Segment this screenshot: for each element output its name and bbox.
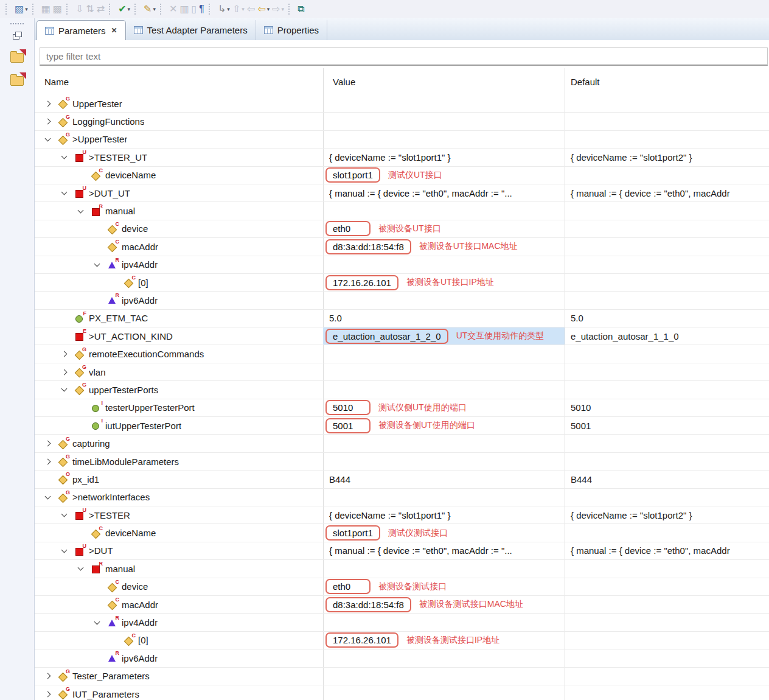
parameter-name-cell[interactable]: GIUT_Parameters	[35, 685, 323, 700]
parameter-value-cell[interactable]: slot1port1测试仪测试接口	[323, 524, 565, 541]
parameter-name-cell[interactable]: G>networkInterfaces	[35, 489, 323, 506]
tree-row[interactable]: GIUT_Parameters	[35, 685, 769, 700]
expand-chevron-icon[interactable]	[40, 685, 58, 700]
parameter-value-cell[interactable]: { deviceName := "slot1port1" }	[323, 149, 565, 166]
parameter-name-cell[interactable]: IiutUpperTesterPort	[35, 417, 323, 434]
parameter-value-cell[interactable]: 172.16.26.101被测设备测试接口IP地址	[323, 632, 565, 649]
parameter-name-cell[interactable]: Opx_id1	[35, 471, 323, 488]
parameter-name-cell[interactable]: G>UpperTester	[35, 131, 323, 148]
tree-row[interactable]: C[0]172.16.26.101被测设备测试接口IP地址	[35, 632, 769, 649]
tree-row[interactable]: GTester_Parameters	[35, 668, 769, 685]
tree-row[interactable]: ItesterUpperTesterPort5010测试仪侧UT使用的端口501…	[35, 399, 769, 417]
parameter-name-cell[interactable]: GTester_Parameters	[35, 668, 323, 685]
dropdown-arrow-icon[interactable]: ▾	[153, 6, 156, 12]
tab-parameters[interactable]: Parameters✕	[37, 20, 126, 40]
parameter-name-cell[interactable]: Ripv4Addr	[35, 614, 323, 631]
parameter-value-cell[interactable]: d8:3a:dd:18:54:f8被测设备测试接口MAC地址	[323, 596, 565, 613]
collapse-chevron-icon[interactable]	[56, 381, 75, 398]
parameter-value-cell[interactable]	[323, 453, 565, 470]
collapse-chevron-icon[interactable]	[56, 542, 75, 559]
tree-row[interactable]: GtimeLibModuleParameters	[35, 453, 769, 471]
collapse-chevron-icon[interactable]	[89, 256, 108, 273]
parameter-name-cell[interactable]: CmacAddr	[35, 238, 323, 255]
collapse-chevron-icon[interactable]	[40, 489, 58, 506]
parameter-value-cell[interactable]: eth0被测设备UT接口	[323, 220, 565, 237]
parameter-name-cell[interactable]: FPX_ETM_TAC	[35, 310, 323, 327]
parameter-value-cell[interactable]	[323, 668, 565, 685]
tree-row[interactable]: IiutUpperTesterPort5001被测设备侧UT使用的端口5001	[35, 417, 769, 435]
new-wizard-button[interactable]: ▨▾	[13, 2, 29, 16]
tree-row[interactable]: Opx_id1B444B444	[35, 471, 769, 488]
parameter-name-cell[interactable]: Rmanual	[35, 560, 323, 577]
tree-row[interactable]: E>UT_ACTION_KINDe_utaction_autosar_1_2_0…	[35, 327, 769, 345]
collapse-chevron-icon[interactable]	[72, 560, 91, 577]
tree-row[interactable]: Ripv6Addr	[35, 649, 769, 667]
expand-chevron-icon[interactable]	[56, 345, 75, 362]
parameter-value-cell[interactable]: d8:3a:dd:18:54:f8被测设备UT接口MAC地址	[323, 238, 565, 255]
column-header-value[interactable]: Value	[323, 77, 565, 87]
tree-row[interactable]: U>TESTER{ deviceName := "slot1port1" }{ …	[35, 506, 769, 524]
parameter-name-cell[interactable]: CdeviceName	[35, 167, 323, 184]
highlighter-button[interactable]: ✎▾	[142, 2, 157, 16]
column-header-default[interactable]: Default	[565, 77, 769, 87]
tree-row[interactable]: CdeviceNameslot1port1测试仪UT接口	[35, 167, 769, 184]
restore-view-button[interactable]	[13, 32, 22, 40]
parameter-value-cell[interactable]: 5.0	[323, 310, 565, 327]
parameter-value-cell[interactable]: 172.16.26.101被测设备UT接口IP地址	[323, 274, 565, 291]
tree-row[interactable]: GremoteExecutionCommands	[35, 345, 769, 363]
tree-row[interactable]: Gvlan	[35, 363, 769, 381]
dropdown-arrow-icon[interactable]: ▾	[267, 6, 270, 12]
parameter-name-cell[interactable]: CmacAddr	[35, 596, 323, 613]
parameter-value-cell[interactable]	[323, 560, 565, 577]
parameter-name-cell[interactable]: Ripv6Addr	[35, 649, 323, 667]
parameter-name-cell[interactable]: Ripv4Addr	[35, 256, 323, 273]
expand-chevron-icon[interactable]	[40, 95, 58, 112]
parameter-value-cell[interactable]	[323, 292, 565, 309]
validate-button[interactable]: ✔▾	[117, 2, 131, 16]
collapse-chevron-icon[interactable]	[56, 149, 75, 166]
filter-input[interactable]	[40, 47, 768, 66]
expand-chevron-icon[interactable]	[40, 668, 58, 685]
last-edit-location-button[interactable]: ↳▾	[217, 2, 231, 16]
parameter-value-cell[interactable]	[323, 649, 565, 667]
tree-row[interactable]: Rmanual	[35, 560, 769, 578]
show-whitespace-button[interactable]: ¶	[198, 2, 206, 16]
tree-row[interactable]: CmacAddrd8:3a:dd:18:54:f8被测设备测试接口MAC地址	[35, 596, 769, 614]
collapse-chevron-icon[interactable]	[56, 184, 75, 201]
parameter-value-cell[interactable]	[323, 131, 565, 148]
parameter-value-cell[interactable]	[323, 95, 565, 112]
dropdown-arrow-icon[interactable]: ▾	[25, 6, 28, 12]
tree-row[interactable]: GLoggingFunctions	[35, 113, 769, 130]
parameter-name-cell[interactable]: Cdevice	[35, 220, 323, 237]
tree-row[interactable]: FPX_ETM_TAC5.05.0	[35, 310, 769, 327]
tree-row[interactable]: Cdeviceeth0被测设备测试接口	[35, 578, 769, 596]
parameter-name-cell[interactable]: GupperTesterPorts	[35, 381, 323, 398]
new-editor-window-button[interactable]: ⧉	[296, 2, 305, 16]
tree-row[interactable]: CmacAddrd8:3a:dd:18:54:f8被测设备UT接口MAC地址	[35, 238, 769, 256]
parameter-name-cell[interactable]: C[0]	[35, 274, 323, 291]
parameter-value-cell[interactable]	[323, 381, 565, 398]
parameter-value-cell[interactable]: e_utaction_autosar_1_2_0UT交互使用动作的类型	[323, 327, 565, 345]
parameter-name-cell[interactable]: E>UT_ACTION_KIND	[35, 327, 323, 345]
parameter-value-cell[interactable]: { manual := { device := "eth0", macAddr …	[323, 184, 565, 201]
tree-row[interactable]: CdeviceNameslot1port1测试仪测试接口	[35, 524, 769, 542]
tree-row[interactable]: G>networkInterfaces	[35, 489, 769, 506]
parameter-value-cell[interactable]	[323, 685, 565, 700]
parameter-value-cell[interactable]: { deviceName := "slot1port1" }	[323, 506, 565, 523]
minimized-view-folder-1[interactable]	[10, 53, 24, 63]
back-history-button[interactable]: ⇦▾	[256, 2, 271, 16]
parameter-name-cell[interactable]: U>DUT	[35, 542, 323, 559]
parameter-name-cell[interactable]: CdeviceName	[35, 524, 323, 541]
dropdown-arrow-icon[interactable]: ▾	[227, 6, 230, 12]
collapse-chevron-icon[interactable]	[56, 506, 75, 523]
tree-row[interactable]: Ripv6Addr	[35, 292, 769, 309]
parameter-name-cell[interactable]: GtimeLibModuleParameters	[35, 453, 323, 470]
parameter-value-cell[interactable]	[323, 363, 565, 380]
parameter-value-cell[interactable]	[323, 202, 565, 219]
parameter-value-cell[interactable]: B444	[323, 471, 565, 488]
parameter-name-cell[interactable]: GremoteExecutionCommands	[35, 345, 323, 362]
parameter-value-cell[interactable]: slot1port1测试仪UT接口	[323, 167, 565, 184]
column-header-name[interactable]: Name	[35, 77, 323, 87]
parameter-name-cell[interactable]: U>TESTER_UT	[35, 149, 323, 166]
parameter-value-cell[interactable]	[323, 614, 565, 631]
